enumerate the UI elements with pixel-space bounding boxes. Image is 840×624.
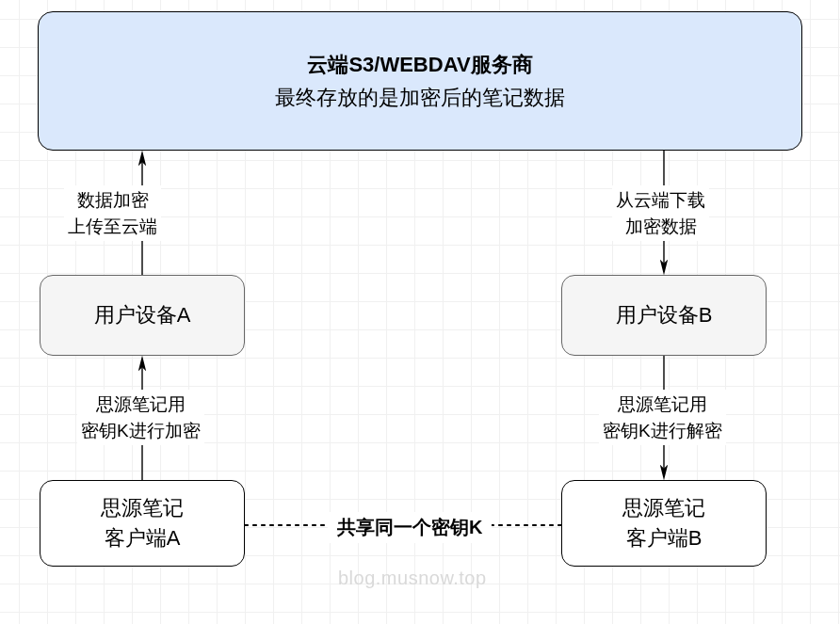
download-label: 从云端下载 加密数据 [612,185,709,241]
client-a-line2: 客户端A [105,523,181,553]
cloud-provider-box: 云端S3/WEBDAV服务商 最终存放的是加密后的笔记数据 [38,11,802,151]
device-b-box: 用户设备B [561,275,767,356]
client-a-box: 思源笔记 客户端A [40,480,245,567]
cloud-subtitle: 最终存放的是加密后的笔记数据 [275,81,565,114]
encrypt-label-line2: 密钥K进行加密 [81,418,201,444]
client-b-line2: 客户端B [626,523,703,553]
encrypt-label: 思源笔记用 密钥K进行加密 [77,390,204,445]
encrypt-label-line1: 思源笔记用 [81,392,201,418]
share-key-label: 共享同一个密钥K [328,512,492,543]
device-a-box: 用户设备A [40,275,245,356]
download-label-line1: 从云端下载 [616,187,705,214]
decrypt-label-line2: 密钥K进行解密 [603,418,722,444]
device-b-label: 用户设备B [616,301,713,329]
cloud-title: 云端S3/WEBDAV服务商 [307,48,532,81]
upload-label: 数据加密 上传至云端 [64,185,161,241]
client-b-box: 思源笔记 客户端B [561,480,767,567]
watermark: blog.musnow.top [338,568,487,589]
client-b-line1: 思源笔记 [622,493,705,523]
device-a-label: 用户设备A [94,301,191,329]
upload-label-line2: 上传至云端 [68,214,157,240]
client-a-line1: 思源笔记 [101,493,184,523]
decrypt-label-line1: 思源笔记用 [603,392,722,418]
download-label-line2: 加密数据 [616,214,705,240]
decrypt-label: 思源笔记用 密钥K进行解密 [599,390,726,445]
upload-label-line1: 数据加密 [68,187,157,214]
